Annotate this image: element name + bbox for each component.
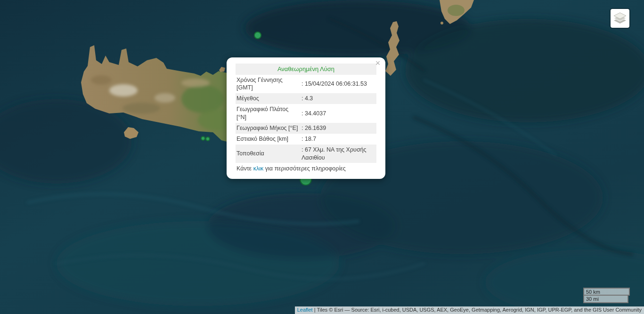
table-row: Γεωγραφικό Μήκος [°E] : 26.1639 [236, 123, 376, 134]
earthquake-marker[interactable] [201, 136, 205, 141]
layers-control-button[interactable] [610, 8, 630, 29]
row-label: Τοποθεσία [236, 149, 301, 159]
table-row: Εστιακό Βάθος [km] : 18.7 [236, 134, 376, 145]
leaflet-link[interactable]: Leaflet [297, 307, 313, 313]
table-row: Μέγεθος : 4.3 [236, 93, 376, 104]
table-row: Τοποθεσία : 67 Χλμ. ΝΑ της Χρυσής Λασιθί… [236, 145, 376, 163]
row-label: Χρόνος Γέννησης [GMT] [236, 75, 301, 93]
scale-mi: 30 mi [583, 296, 628, 303]
row-value: : 26.1639 [301, 123, 376, 133]
footer-text: Κάντε [236, 165, 253, 172]
popup-title: Αναθεωρημένη Λύση [236, 64, 376, 75]
row-label: Μέγεθος [236, 94, 301, 104]
more-info-link[interactable]: κλικ [253, 165, 264, 172]
leaflet-map[interactable]: × Αναθεωρημένη Λύση Χρόνος Γέννησης [GMT… [0, 0, 644, 314]
earthquake-popup: × Αναθεωρημένη Λύση Χρόνος Γέννησης [GMT… [227, 57, 385, 179]
close-icon[interactable]: × [374, 59, 382, 67]
popup-footer: Κάντε κλικ για περισσότερες πληροφορίες [236, 163, 376, 173]
row-value: : 15/04/2024 06:06:31.53 [301, 79, 376, 89]
attribution-text: Tiles © Esri — Source: Esri, i-cubed, US… [317, 307, 642, 313]
row-value: : 18.7 [301, 134, 376, 144]
table-row: Γεωγραφικό Πλάτος [°N] : 34.4037 [236, 104, 376, 123]
row-label: Εστιακό Βάθος [km] [236, 134, 301, 144]
layers-icon [613, 11, 627, 25]
attribution-bar: Leaflet | Tiles © Esri — Source: Esri, i… [295, 306, 644, 314]
earthquake-details-table: Χρόνος Γέννησης [GMT] : 15/04/2024 06:06… [236, 75, 376, 163]
scale-km: 50 km [583, 288, 630, 296]
row-label: Γεωγραφικό Πλάτος [°N] [236, 105, 301, 122]
earthquake-marker[interactable] [254, 32, 261, 39]
scale-control: 50 km 30 mi [583, 288, 630, 303]
row-value: : 34.4037 [301, 109, 376, 119]
row-value: : 4.3 [301, 94, 376, 104]
table-row: Χρόνος Γέννησης [GMT] : 15/04/2024 06:06… [236, 75, 376, 94]
row-label: Γεωγραφικό Μήκος [°E] [236, 123, 301, 133]
footer-text: για περισσότερες πληροφορίες [263, 165, 346, 172]
earthquake-marker[interactable] [205, 137, 210, 141]
row-value: : 67 Χλμ. ΝΑ της Χρυσής Λασιθίου [301, 145, 376, 163]
